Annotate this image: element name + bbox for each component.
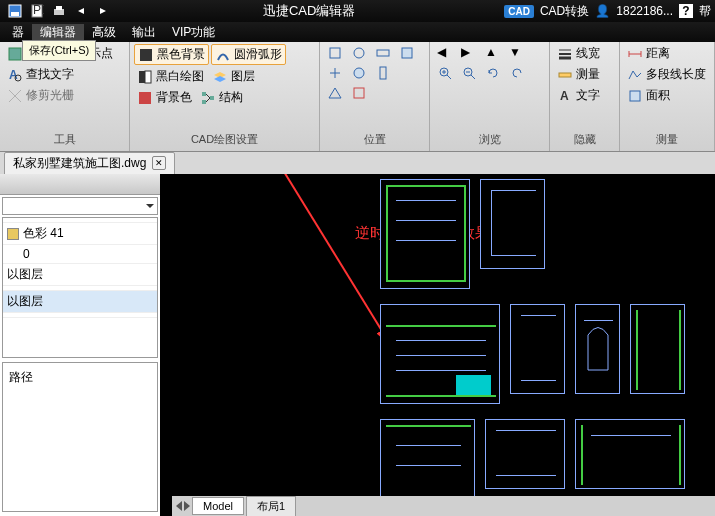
print-icon[interactable]: [50, 2, 68, 20]
arrow-up-icon: ▲: [485, 45, 501, 61]
struct-button[interactable]: 结构: [197, 88, 246, 107]
user-icon[interactable]: 👤: [595, 4, 610, 18]
pos-btn5[interactable]: [324, 64, 346, 82]
text-hide-button[interactable]: A文字: [554, 86, 615, 105]
save-tooltip: 保存(Ctrl+S): [22, 40, 96, 61]
pos-icon3: [375, 45, 391, 61]
menu-item-editor2[interactable]: 编辑器: [32, 24, 84, 41]
menu-item-vip[interactable]: VIP功能: [164, 24, 223, 41]
menu-item-advanced[interactable]: 高级: [84, 24, 124, 41]
pos-icon9: [351, 85, 367, 101]
save-icon[interactable]: [6, 2, 24, 20]
cad-convert-link[interactable]: CAD转换: [540, 3, 589, 20]
arc-icon: [215, 47, 231, 63]
ruler-icon: [557, 67, 573, 83]
rotate-button[interactable]: [482, 64, 504, 82]
tab-prev-icon[interactable]: [176, 501, 182, 511]
drawing-canvas[interactable]: 逆时针旋转后的效果: [160, 174, 715, 516]
bg-color-button[interactable]: 背景色: [134, 88, 195, 107]
pos-btn4[interactable]: [396, 44, 418, 62]
nav-left-button[interactable]: ◀: [434, 44, 456, 62]
pos-icon7: [375, 65, 391, 81]
side-dropdown[interactable]: [2, 197, 158, 216]
pos-icon8: [327, 85, 343, 101]
svg-line-29: [230, 174, 390, 344]
pos-btn8[interactable]: [324, 84, 346, 102]
distance-button[interactable]: 距离: [624, 44, 710, 63]
svg-rect-17: [330, 48, 340, 58]
tab-model[interactable]: Model: [192, 497, 244, 515]
struct-icon: [200, 90, 216, 106]
svg-text:PDF: PDF: [33, 4, 44, 17]
layer-button[interactable]: 图层: [209, 67, 258, 86]
area-icon: [627, 88, 643, 104]
pos-btn3[interactable]: [372, 44, 394, 62]
rotate2-button[interactable]: [506, 64, 528, 82]
tab-next-icon[interactable]: [184, 501, 190, 511]
zoom-in-button[interactable]: [434, 64, 456, 82]
pos-btn7[interactable]: [372, 64, 394, 82]
help-label: 帮: [699, 3, 711, 20]
undo-icon[interactable]: [72, 2, 90, 20]
pos-icon4: [399, 45, 415, 61]
file-tab[interactable]: 私家别墅建筑施工图.dwg ✕: [4, 152, 175, 175]
side-panel-header: [0, 174, 160, 195]
bw-draw-button[interactable]: 黑白绘图: [134, 67, 207, 86]
list-item[interactable]: 以图层: [3, 264, 157, 286]
arrow-left-icon: ◀: [437, 45, 453, 61]
pdf-icon[interactable]: PDF: [28, 2, 46, 20]
trim-button[interactable]: 修剪光栅: [4, 86, 125, 105]
list-item[interactable]: 色彩 41: [3, 223, 157, 245]
nav-right-button[interactable]: ▶: [458, 44, 480, 62]
nav-up-button[interactable]: ▲: [482, 44, 504, 62]
svg-rect-23: [354, 88, 364, 98]
help-icon[interactable]: ?: [679, 4, 693, 18]
group-hide-label: 隐藏: [554, 130, 615, 149]
layer-icon: [212, 69, 228, 85]
svg-text:A: A: [560, 89, 569, 103]
pos-btn6[interactable]: [348, 64, 370, 82]
menu-item-editor1[interactable]: 器: [4, 24, 32, 41]
group-measure-label: 测量: [624, 130, 710, 149]
find-text-button[interactable]: A查找文字: [4, 65, 125, 84]
text-icon: A: [557, 88, 573, 104]
linewidth-button[interactable]: 线宽: [554, 44, 615, 63]
pos-btn2[interactable]: [348, 44, 370, 62]
svg-rect-19: [377, 50, 389, 56]
workspace: 色彩 41 0 以图层 以图层 路径 逆时针旋转后的效果: [0, 174, 715, 516]
area-button[interactable]: 面积: [624, 86, 710, 105]
file-tab-bar: 私家别墅建筑施工图.dwg ✕: [0, 152, 715, 174]
file-tab-label: 私家别墅建筑施工图.dwg: [13, 155, 146, 172]
arrow-right-icon: ▶: [461, 45, 477, 61]
list-item[interactable]: [3, 313, 157, 318]
close-icon[interactable]: ✕: [152, 156, 166, 170]
bottom-tab-bar: Model 布局1: [172, 496, 715, 516]
rotate2-icon: [509, 65, 525, 81]
svg-rect-1: [11, 12, 19, 16]
list-item[interactable]: 以图层: [3, 291, 157, 313]
redo-icon[interactable]: [94, 2, 112, 20]
smooth-arc-button[interactable]: 圆滑弧形: [211, 44, 286, 65]
list-item[interactable]: 0: [3, 245, 157, 264]
app-title: 迅捷CAD编辑器: [114, 2, 504, 20]
measure-hide-button[interactable]: 测量: [554, 65, 615, 84]
polyline-length-button[interactable]: 多段线长度: [624, 65, 710, 84]
black-bg-button[interactable]: 黑色背景: [134, 44, 209, 65]
svg-rect-10: [140, 49, 152, 61]
format-icon: [7, 46, 23, 62]
menu-item-output[interactable]: 输出: [124, 24, 164, 41]
path-label: 路径: [9, 370, 33, 384]
zoom-out-button[interactable]: [458, 64, 480, 82]
rotate-icon: [485, 65, 501, 81]
svg-rect-13: [139, 92, 151, 104]
bw-icon: [137, 69, 153, 85]
pos-icon5: [327, 65, 343, 81]
group-tools-label: 工具: [4, 130, 125, 149]
pos-btn9[interactable]: [348, 84, 370, 102]
svg-rect-22: [380, 67, 386, 79]
user-label[interactable]: 1822186...: [616, 4, 673, 18]
nav-down-button[interactable]: ▼: [506, 44, 528, 62]
pos-btn1[interactable]: [324, 44, 346, 62]
tab-layout1[interactable]: 布局1: [246, 496, 296, 517]
svg-rect-15: [202, 100, 206, 104]
